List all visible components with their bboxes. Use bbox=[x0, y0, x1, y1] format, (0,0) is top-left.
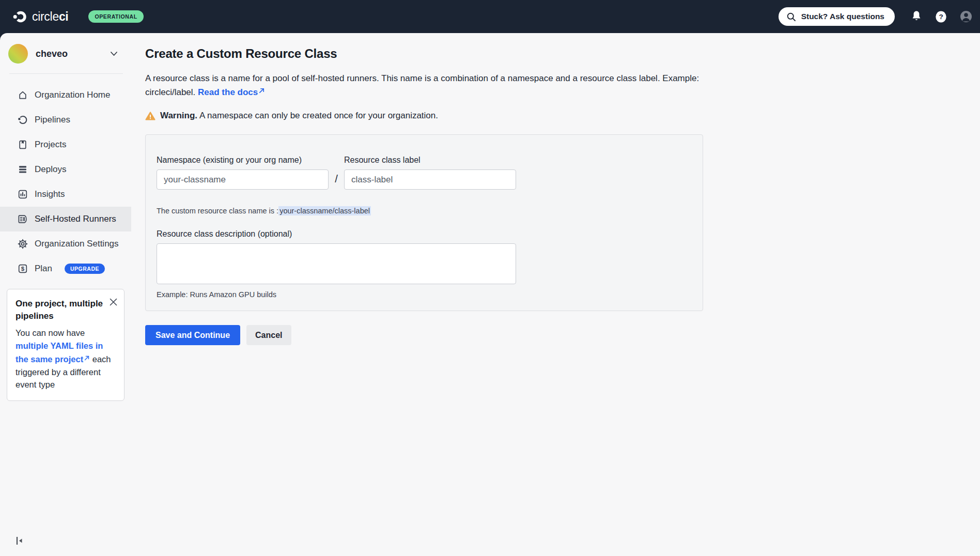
external-link-icon bbox=[258, 85, 265, 98]
gear-icon bbox=[17, 238, 28, 250]
main-content: Create a Custom Resource Class A resourc… bbox=[131, 33, 980, 556]
topbar: circleci OPERATIONAL Stuck? Ask question… bbox=[0, 0, 980, 33]
warning-message: Warning. A namespace can only be created… bbox=[145, 111, 980, 121]
svg-text:?: ? bbox=[939, 13, 943, 21]
brand-wordmark: circleci bbox=[32, 10, 68, 24]
cancel-button[interactable]: Cancel bbox=[246, 325, 291, 345]
namespace-field-group: Namespace (existing or your org name) bbox=[157, 156, 329, 190]
user-menu-button[interactable] bbox=[959, 10, 973, 23]
resource-class-label: Resource class label bbox=[344, 156, 516, 165]
collapse-sidebar-icon bbox=[15, 536, 23, 546]
upgrade-badge[interactable]: UPGRADE bbox=[65, 264, 105, 274]
resource-class-label-input[interactable] bbox=[344, 169, 516, 190]
topbar-actions: Stuck? Ask questions ? bbox=[779, 7, 973, 26]
user-avatar-icon bbox=[959, 10, 973, 23]
plan-icon: $ bbox=[17, 263, 28, 274]
ask-questions-button[interactable]: Stuck? Ask questions bbox=[779, 7, 895, 26]
circleci-logo[interactable]: circleci bbox=[12, 9, 68, 24]
svg-text:$: $ bbox=[21, 266, 25, 272]
read-the-docs-link[interactable]: Read the docs bbox=[198, 87, 265, 97]
org-name: cheveo bbox=[36, 49, 68, 59]
collapse-sidebar-button[interactable] bbox=[15, 536, 23, 546]
form-actions: Save and Continue Cancel bbox=[145, 325, 980, 345]
page-body: cheveo Organization Home bbox=[0, 33, 980, 556]
description-textarea[interactable] bbox=[157, 243, 516, 284]
promo-card: One project, multiple pipelines You can … bbox=[7, 289, 125, 401]
promo-body: You can now have multiple YAML files in … bbox=[15, 327, 117, 391]
resource-class-label-field-group: Resource class label bbox=[344, 156, 516, 190]
description-label: Resource class description (optional) bbox=[157, 229, 690, 239]
runners-icon bbox=[17, 213, 28, 225]
promo-title: One project, multiple pipelines bbox=[15, 298, 104, 322]
sidebar-item-self-hosted-runners[interactable]: Self-Hosted Runners bbox=[0, 207, 131, 231]
sidebar-divider bbox=[9, 73, 123, 74]
circleci-logo-icon bbox=[12, 9, 27, 24]
org-switcher[interactable]: cheveo bbox=[8, 42, 124, 65]
home-icon bbox=[17, 89, 28, 101]
bell-icon bbox=[910, 10, 923, 23]
sidebar-nav: Organization Home Pipelines bbox=[0, 83, 131, 281]
projects-icon bbox=[17, 139, 28, 150]
sidebar-item-projects[interactable]: Projects bbox=[0, 132, 131, 157]
page-title: Create a Custom Resource Class bbox=[145, 47, 980, 61]
insights-icon bbox=[17, 189, 28, 200]
org-avatar bbox=[8, 44, 28, 64]
deploys-icon bbox=[17, 164, 28, 175]
intro-paragraph: A resource class is a name for a pool of… bbox=[145, 72, 706, 99]
help-button[interactable]: ? bbox=[935, 10, 947, 23]
warning-icon bbox=[145, 111, 155, 121]
resource-class-name-preview: your-classname/class-label bbox=[278, 206, 371, 215]
namespace-input[interactable] bbox=[157, 169, 329, 190]
resource-class-name-hint: The custom resource class name is :your-… bbox=[157, 207, 690, 215]
sidebar-item-pipelines[interactable]: Pipelines bbox=[0, 107, 131, 132]
resource-class-form-card: Namespace (existing or your org name) / … bbox=[145, 134, 703, 311]
sidebar-item-deploys[interactable]: Deploys bbox=[0, 157, 131, 182]
chevron-down-icon bbox=[110, 51, 118, 56]
namespace-label: Namespace (existing or your org name) bbox=[157, 156, 329, 165]
sidebar-item-insights[interactable]: Insights bbox=[0, 182, 131, 207]
status-badge[interactable]: OPERATIONAL bbox=[88, 10, 143, 23]
external-link-icon bbox=[84, 352, 90, 365]
save-and-continue-button[interactable]: Save and Continue bbox=[145, 325, 240, 345]
notifications-button[interactable] bbox=[910, 10, 923, 23]
close-icon[interactable] bbox=[110, 298, 117, 306]
search-icon bbox=[786, 12, 796, 22]
description-example: Example: Runs Amazon GPU builds bbox=[157, 290, 690, 299]
namespace-separator: / bbox=[329, 169, 344, 190]
sidebar-item-plan[interactable]: $ Plan UPGRADE bbox=[0, 256, 131, 281]
sidebar: cheveo Organization Home bbox=[0, 33, 131, 556]
sidebar-item-organization-home[interactable]: Organization Home bbox=[0, 83, 131, 107]
sidebar-item-organization-settings[interactable]: Organization Settings bbox=[0, 231, 131, 256]
help-icon: ? bbox=[935, 10, 947, 23]
pipelines-icon bbox=[17, 114, 28, 126]
